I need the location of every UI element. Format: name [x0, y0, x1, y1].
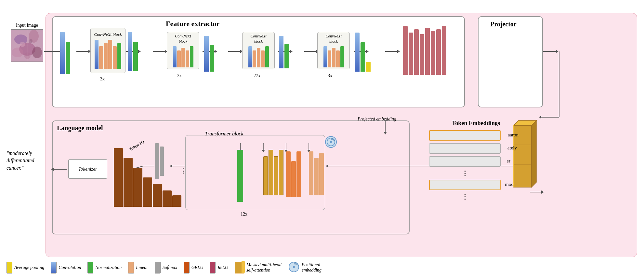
svg-point-67	[293, 266, 295, 268]
legend-label-softmax: Softmax	[163, 265, 177, 270]
bar-group-3	[204, 36, 214, 72]
svg-point-4	[12, 48, 23, 57]
token-label-mod: mod	[505, 182, 514, 187]
legend-gelu: GELU	[184, 262, 204, 273]
projected-embedding-label: Projected embedding	[358, 117, 396, 122]
convnext-label-2: ConvNeXtblock	[175, 34, 191, 44]
repeat-2: 3x	[177, 73, 182, 78]
input-image-container: Input Image	[9, 23, 45, 63]
legend-positional-embedding: Positionalembedding	[288, 261, 322, 274]
token-row-mod: mod	[429, 180, 501, 190]
legend-color-linear	[128, 262, 134, 273]
token-dots-1: ⋮	[429, 169, 501, 177]
convnext-label-4: ConvNeXtblock	[325, 34, 341, 44]
output-text: "moderately differentiated cancer."	[7, 150, 46, 172]
legend-color-normalization	[87, 262, 93, 273]
legend-label-positional-embedding: Positionalembedding	[302, 262, 322, 273]
legend-label-relu: ReLU	[217, 265, 228, 270]
legend-label-normalization: Normalization	[95, 265, 122, 270]
convnext-block-2: ConvNeXtblock	[167, 32, 199, 69]
token-label-aaron: aaron	[508, 132, 519, 138]
bar-group-4	[279, 36, 289, 68]
transformer-title: Transformer block	[205, 131, 243, 137]
token-row-ately: ately	[429, 143, 501, 154]
language-model-title: Language model	[57, 124, 103, 132]
token-embeddings-title: Token Embeddings	[452, 120, 500, 127]
token-row-aaron: aaron	[429, 130, 501, 141]
legend-convolution: Convolution	[51, 262, 81, 273]
svg-point-6	[20, 42, 25, 47]
bar-group-1	[60, 32, 70, 74]
convnext-block-1: ConvNeXt block	[90, 28, 125, 73]
projector-bars	[403, 26, 446, 75]
legend-softmax: Softmax	[155, 262, 177, 273]
legend-color-softmax	[155, 262, 161, 273]
legend-relu: ReLU	[210, 262, 228, 273]
transformer-gelu-bars	[286, 151, 301, 197]
repeat-3: 27x	[254, 73, 260, 78]
legend-linear: Linear	[128, 262, 148, 273]
repeat-1: 3x	[100, 77, 105, 82]
token-row-er: er	[429, 156, 501, 167]
svg-marker-60	[532, 120, 536, 187]
legend-color-average-pooling	[7, 262, 12, 273]
tokenizer-box: Tokenizer	[68, 159, 107, 179]
input-image-label: Input Image	[9, 23, 45, 28]
logits-bars: ⋮	[114, 135, 184, 207]
token-dots-2: ⋮	[429, 193, 501, 201]
bar-group-2	[128, 32, 138, 71]
token-label-er: er	[506, 158, 510, 164]
circle-icon	[325, 136, 337, 148]
legend-label-linear: Linear	[136, 265, 148, 270]
legend-color-masked-attention	[235, 262, 244, 273]
convnext-block-3: ConvNeXtblock	[242, 32, 275, 69]
legend: Average pooling Convolution Normalizatio…	[7, 261, 637, 274]
feature-extractor-title: Feature extractor	[166, 20, 219, 28]
token-embeddings-stack: aaron ately er ⋮ mod ⋮	[429, 130, 501, 201]
softmax-bars	[155, 143, 164, 179]
projector-box	[478, 16, 543, 107]
projector-title: Projector	[490, 21, 517, 28]
legend-average-pooling: Average pooling	[7, 262, 44, 273]
svg-point-65	[330, 141, 332, 143]
transformer-green-bar	[237, 150, 243, 202]
main-container: Input Image Feature extractor Projector	[3, 3, 641, 277]
legend-label-masked-attention: Masked multi-headself-attention	[246, 262, 282, 273]
transformer-box	[185, 135, 325, 210]
bar-group-5	[355, 33, 371, 72]
repeat-12x: 12x	[241, 212, 247, 217]
input-image	[11, 29, 43, 62]
convnext-label-1: ConvNeXt block	[94, 32, 122, 37]
svg-point-7	[29, 39, 33, 43]
token-label-ately: ately	[507, 145, 517, 151]
legend-color-relu	[210, 262, 216, 273]
legend-color-convolution	[51, 262, 57, 273]
svg-point-5	[32, 47, 42, 58]
legend-positional-icon	[288, 261, 300, 274]
legend-normalization: Normalization	[87, 262, 122, 273]
legend-masked-attention: Masked multi-headself-attention	[235, 262, 282, 273]
transformer-linear-bars	[309, 151, 324, 195]
convnext-block-4: ConvNeXtblock	[317, 32, 350, 69]
transformer-attention-bars	[263, 150, 283, 195]
golden-block	[510, 119, 540, 195]
repeat-4: 3x	[328, 73, 332, 78]
legend-label-convolution: Convolution	[59, 265, 81, 270]
convnext-label-3: ConvNeXtblock	[250, 34, 266, 44]
legend-label-gelu: GELU	[191, 265, 204, 270]
legend-label-average-pooling: Average pooling	[14, 265, 44, 270]
tokenizer-label: Tokenizer	[78, 166, 97, 172]
legend-color-gelu	[184, 262, 190, 273]
